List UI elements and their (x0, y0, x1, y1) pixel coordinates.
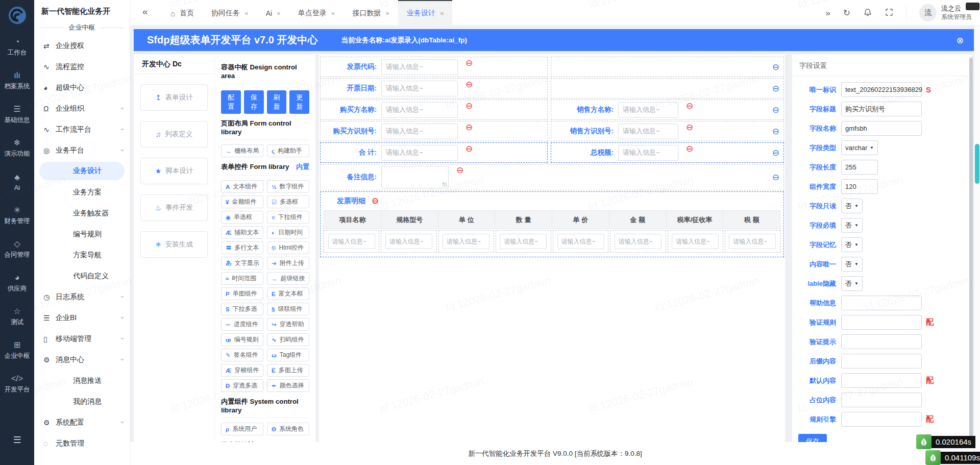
form-component-button[interactable]: § 级联组件 (267, 303, 309, 315)
secondary-nav-item[interactable]: ∿ 工作流平台 › (34, 119, 130, 140)
subtable-cell-input[interactable]: 请输入信息~ (557, 234, 604, 249)
setting-input[interactable]: varchar ▼ (841, 140, 878, 155)
form-component-button[interactable]: ↪ 穿透帮助 (267, 318, 309, 331)
config-mark[interactable]: 配 (926, 317, 934, 327)
form-field-cell[interactable]: 发票代码: 请输入信息~ ⊖ (320, 57, 548, 77)
form-component-button[interactable]: ↔ 超级链接 (267, 272, 309, 285)
form-component-button[interactable]: ½ 数字组件 (267, 180, 309, 193)
form-component-button[interactable]: Æ 穿梭组件 (221, 364, 263, 377)
primary-nav-item[interactable]: ılı 档案系统 (0, 64, 34, 98)
setting-input[interactable]: ▼ (841, 373, 922, 388)
form-component-button[interactable]: S 下拉多选 (221, 303, 263, 315)
secondary-nav-item[interactable]: ⚙ 系统配置 › (34, 412, 130, 433)
field-input[interactable]: 请输入信息~ (618, 102, 678, 118)
form-component-button[interactable]: œ 编号规则 (221, 333, 263, 346)
setting-input[interactable]: ▼ (841, 315, 922, 330)
form-component-button[interactable]: ω Tag组件 (267, 349, 309, 361)
form-field-cell[interactable]: 购买方名称: 请输入信息~ ⊖ (320, 100, 548, 120)
secondary-nav-item[interactable]: ◌ 元数管理 › (34, 433, 130, 454)
primary-nav-item[interactable]: ◕ 供应商 (0, 266, 34, 300)
dev-center-button[interactable]: ✳ 安装生成 (140, 231, 208, 258)
app-logo[interactable] (0, 0, 34, 31)
page-tab[interactable]: ⌂ 协同任务 × (203, 0, 257, 26)
user-menu[interactable]: 流 流之云 系统管理员 (919, 4, 972, 21)
setting-input[interactable]: ▼ (841, 412, 922, 427)
form-field-cell[interactable]: 开票日期: 请输入信息~ ⊖ (320, 78, 548, 99)
field-input[interactable]: 请输入信息~ (381, 59, 458, 75)
field-input[interactable]: 请输入信息~ (381, 124, 458, 139)
secondary-nav-item[interactable]: ☰ 企业BI › (34, 307, 130, 328)
designer-action-button[interactable]: 保存 (244, 90, 264, 114)
form-component-button[interactable]: ◐ 日期时间 (267, 226, 309, 239)
primary-nav-item[interactable]: ♣ Ai (0, 165, 34, 199)
secondary-nav-item[interactable]: ◎ 业务平台 › (34, 140, 130, 161)
form-component-button[interactable]: Đ 穿透多选 (221, 379, 263, 392)
remove-field-icon[interactable]: ⊖ (686, 144, 693, 154)
form-field-cell[interactable]: 备注信息: ⊖ ⊖ (320, 164, 784, 190)
form-component-button[interactable]: ≡ 下拉组件 (267, 211, 309, 224)
remove-field-icon[interactable]: ⊖ (465, 144, 473, 154)
setting-input[interactable]: gmfsbh ▼ (841, 121, 922, 136)
form-component-button[interactable]: E 富文本框 (267, 287, 309, 300)
secondary-nav-item[interactable]: 方案导航 › (34, 244, 130, 265)
dev-center-button[interactable]: ♫ 列表定义 (140, 121, 208, 148)
form-component-button[interactable]: あ 文字显示 (221, 257, 263, 270)
resize-grip[interactable] (443, 182, 447, 187)
form-component-button[interactable]: ✎ 签名组件 (221, 349, 263, 361)
notifications-bell-icon[interactable] (863, 8, 872, 18)
remove-field-icon[interactable]: ⊖ (686, 123, 693, 133)
subtable-cell[interactable]: 请输入信息~ (553, 230, 608, 253)
secondary-nav-item[interactable]: 业务方案 › (34, 182, 130, 203)
subtable-cell-input[interactable]: 请输入信息~ (443, 234, 489, 249)
page-tab[interactable]: ⌂ 业务设计 × (398, 0, 453, 26)
secondary-nav-item[interactable]: ◕ 超级中心 › (34, 77, 130, 98)
primary-nav-item[interactable]: </> 开发平台 (0, 368, 34, 401)
remove-field-icon[interactable]: ⊖ (465, 123, 473, 133)
secondary-nav-item[interactable]: ▯ 移动端管理 › (34, 328, 130, 349)
tabs-scroll-left-icon[interactable]: « (142, 6, 148, 17)
field-input[interactable]: 请输入信息~ (618, 124, 678, 139)
page-tab[interactable]: ⌂ 接口数据 × (344, 0, 398, 26)
designer-action-button[interactable]: 更新 (289, 90, 309, 114)
config-mark[interactable]: 配 (926, 376, 934, 385)
subtable-cell[interactable]: 请输入信息~ (438, 230, 494, 253)
secondary-nav-item[interactable]: Ω 企业组织 › (34, 98, 130, 119)
setting-input[interactable]: 否 ▼ (841, 218, 863, 233)
primary-nav-item[interactable]: ⊞ 企业中枢 (0, 334, 34, 368)
close-designer-icon[interactable]: ⊗ (957, 35, 964, 45)
secondary-nav-item[interactable]: ∿ 流程监控 › (34, 56, 130, 77)
form-component-button[interactable]: ◉ 单选框 (221, 211, 263, 224)
subtable-cell[interactable]: 请输入信息~ (668, 230, 723, 253)
close-tab-icon[interactable]: × (385, 10, 389, 17)
field-input[interactable]: 请输入信息~ (381, 102, 458, 118)
form-field-cell[interactable]: 合 计: 请输入信息~ ⊖ (320, 142, 548, 163)
form-field-cell[interactable]: 销售方名称: 请输入信息~ ⊖ ⊖ (551, 100, 784, 120)
designer-action-button[interactable]: 配置 (221, 90, 241, 114)
field-input[interactable]: 请输入信息~ (618, 145, 678, 161)
tabs-scroll-right-icon[interactable]: » (825, 9, 830, 17)
window-scrollbar[interactable] (974, 26, 980, 465)
form-component-button[interactable]: Æ 辅助文本 (221, 226, 263, 239)
form-component-button[interactable]: ∿ 扫码组件 (267, 333, 309, 346)
page-tab[interactable]: ⌂ 首页 × (162, 0, 203, 26)
setting-input[interactable]: 否 ▼ (841, 276, 863, 291)
close-tab-icon[interactable]: × (244, 10, 249, 17)
setting-input[interactable]: 购买方识别号 ▼ (841, 102, 922, 116)
primary-nav-item[interactable]: ☰ 基础信息 (0, 98, 34, 132)
remove-row-icon[interactable]: ⊖ (772, 127, 779, 136)
form-component-button[interactable]: ➔ 附件上传 (267, 257, 309, 270)
panel-scrollbar-thumb[interactable] (969, 58, 973, 440)
form-empty-cell[interactable]: ⊖ (551, 57, 784, 77)
dev-center-button[interactable]: ♨ 事件开发 (140, 194, 208, 221)
remove-field-icon[interactable]: ⊖ (456, 165, 463, 176)
dev-center-button[interactable]: ★ 脚本设计 (140, 158, 208, 184)
remove-subtable-icon[interactable]: ⊖ (372, 196, 379, 206)
layout-component-button[interactable]: ς 构建助手 (267, 144, 309, 157)
form-field-cell[interactable]: 购买方识别号: 请输入信息~ ⊖ (320, 121, 548, 141)
form-component-button[interactable]: ∼ 进度组件 (221, 318, 263, 331)
form-component-button[interactable]: ≈ 时间范围 (221, 272, 263, 285)
builtin-link[interactable]: 内置 (296, 162, 309, 172)
subtable-cell[interactable]: 请输入信息~ (496, 230, 551, 253)
window-scrollbar-thumb[interactable] (975, 144, 979, 184)
setting-input[interactable]: 120 ▼ (841, 179, 878, 194)
